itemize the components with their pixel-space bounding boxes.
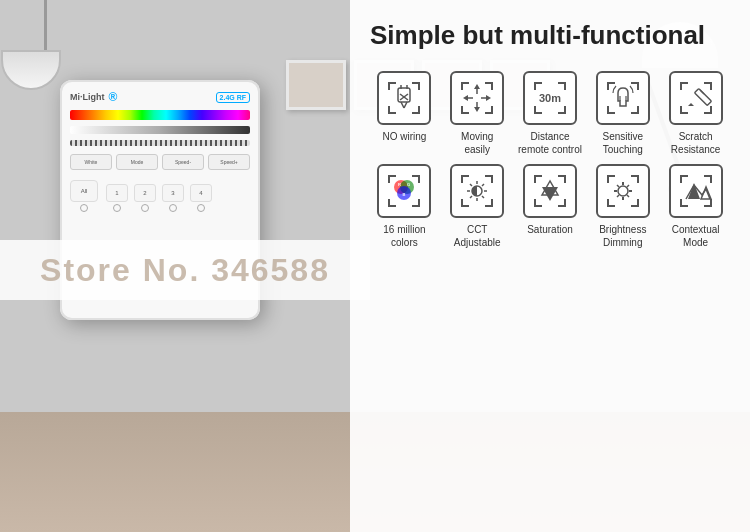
cct-adjustable-label: CCTAdjustable [454, 223, 501, 249]
zone-item-3: 3 [162, 184, 184, 212]
feature-contextual-mode: ContextualMode [661, 164, 730, 249]
cct-adjustable-icon-box [450, 164, 504, 218]
feature-no-wiring: NO wiring [370, 71, 439, 156]
svg-text:B: B [403, 192, 406, 197]
svg-rect-18 [694, 89, 711, 106]
scratch-resistance-icon [678, 80, 714, 116]
feature-saturation: Saturation [516, 164, 585, 249]
zone-item-4: 4 [190, 184, 212, 212]
svg-rect-0 [398, 88, 410, 102]
svg-line-32 [470, 184, 472, 186]
svg-line-45 [627, 185, 629, 187]
feature-scratch-resistance: ScratchResistance [661, 71, 730, 156]
saturation-label: Saturation [527, 223, 573, 236]
zone-circle-2 [141, 204, 149, 212]
distance-remote-icon: 30m [532, 80, 568, 116]
svg-marker-8 [474, 84, 480, 89]
feature-million-colors: R G B 16 millioncolors [370, 164, 439, 249]
svg-text:G: G [407, 182, 410, 187]
svg-line-35 [470, 196, 472, 198]
no-wiring-label: NO wiring [382, 130, 426, 143]
scratch-resistance-icon-box [669, 71, 723, 125]
svg-line-43 [617, 185, 619, 187]
zone-circle-all [80, 204, 88, 212]
distance-remote-label: Distanceremote control [518, 130, 582, 156]
control-buttons-row: White Mode Speed- Speed+ [70, 154, 250, 170]
feature-distance-remote: 30m Distanceremote control [516, 71, 585, 156]
ctrl-btn-speed-down[interactable]: Speed- [162, 154, 204, 170]
zone-btn-all[interactable]: All [70, 180, 98, 202]
zone-circle-1 [113, 204, 121, 212]
color-bar-rainbow [70, 110, 250, 120]
feature-grid-bottom: R G B 16 millioncolors [370, 164, 730, 249]
color-bar-gray [70, 126, 250, 134]
right-panel: Simple but multi-functional [350, 0, 750, 532]
zone-item-1: 1 [106, 184, 128, 212]
feature-sensitive-touching: SensitiveTouching [588, 71, 657, 156]
svg-marker-14 [486, 95, 491, 101]
sensitive-touching-icon [605, 80, 641, 116]
feature-moving-easily: Movingeasily [443, 71, 512, 156]
brightness-dimming-icon-box [596, 164, 650, 218]
feature-grid-top: NO wiring [370, 71, 730, 156]
svg-line-46 [617, 195, 619, 197]
saturation-icon [532, 173, 568, 209]
zone-circle-3 [169, 204, 177, 212]
brand-dot: ® [109, 90, 118, 104]
saturation-icon-box [523, 164, 577, 218]
svg-marker-19 [688, 103, 694, 106]
store-overlay: Store No. 346588 [0, 240, 370, 300]
rf-badge: 2.4G RF [216, 92, 250, 103]
svg-line-20 [700, 90, 704, 94]
no-wiring-icon [386, 80, 422, 116]
svg-text:R: R [398, 182, 401, 187]
ctrl-btn-white[interactable]: White [70, 154, 112, 170]
zone-all: All [70, 180, 98, 212]
cct-adjustable-icon [459, 173, 495, 209]
moving-easily-icon-box [450, 71, 504, 125]
ctrl-btn-speed-up[interactable]: Speed+ [208, 154, 250, 170]
svg-point-38 [618, 186, 628, 196]
svg-text:30m: 30m [539, 92, 561, 104]
contextual-mode-icon-box [669, 164, 723, 218]
main-title: Simple but multi-functional [370, 20, 730, 51]
moving-easily-label: Movingeasily [461, 130, 493, 156]
million-colors-icon-box: R G B [377, 164, 431, 218]
sensitive-touching-label: SensitiveTouching [603, 130, 644, 156]
zone-row: All 1 2 3 4 [70, 180, 250, 212]
svg-line-34 [482, 184, 484, 186]
svg-line-44 [627, 195, 629, 197]
feature-cct-adjustable: CCTAdjustable [443, 164, 512, 249]
color-bar-ticks [70, 140, 250, 146]
scratch-resistance-label: ScratchResistance [671, 130, 720, 156]
svg-marker-37 [542, 187, 558, 201]
svg-marker-10 [474, 107, 480, 112]
contextual-mode-icon [678, 173, 714, 209]
contextual-mode-label: ContextualMode [672, 223, 720, 249]
svg-marker-12 [463, 95, 468, 101]
pendant-lamp [30, 0, 61, 90]
ctrl-btn-mode[interactable]: Mode [116, 154, 158, 170]
svg-line-33 [482, 196, 484, 198]
sensitive-touching-icon-box [596, 71, 650, 125]
zone-circle-4 [197, 204, 205, 212]
zone-btn-3[interactable]: 3 [162, 184, 184, 202]
svg-line-4 [404, 102, 407, 108]
feature-brightness-dimming: BrightnessDimming [588, 164, 657, 249]
zone-btn-4[interactable]: 4 [190, 184, 212, 202]
moving-easily-icon [459, 80, 495, 116]
zone-btn-2[interactable]: 2 [134, 184, 156, 202]
brightness-dimming-icon [605, 173, 641, 209]
zone-item-2: 2 [134, 184, 156, 212]
device-brand: Mi·Light ® 2.4G RF [70, 90, 250, 104]
store-number: Store No. 346588 [40, 252, 330, 289]
zone-numbers: 1 2 3 4 [106, 184, 212, 212]
million-colors-icon: R G B [386, 173, 422, 209]
zone-btn-1[interactable]: 1 [106, 184, 128, 202]
brand-name: Mi·Light [70, 92, 105, 102]
million-colors-label: 16 millioncolors [383, 223, 425, 249]
brightness-dimming-label: BrightnessDimming [599, 223, 646, 249]
distance-remote-icon-box: 30m [523, 71, 577, 125]
no-wiring-icon-box [377, 71, 431, 125]
svg-line-3 [401, 102, 404, 108]
